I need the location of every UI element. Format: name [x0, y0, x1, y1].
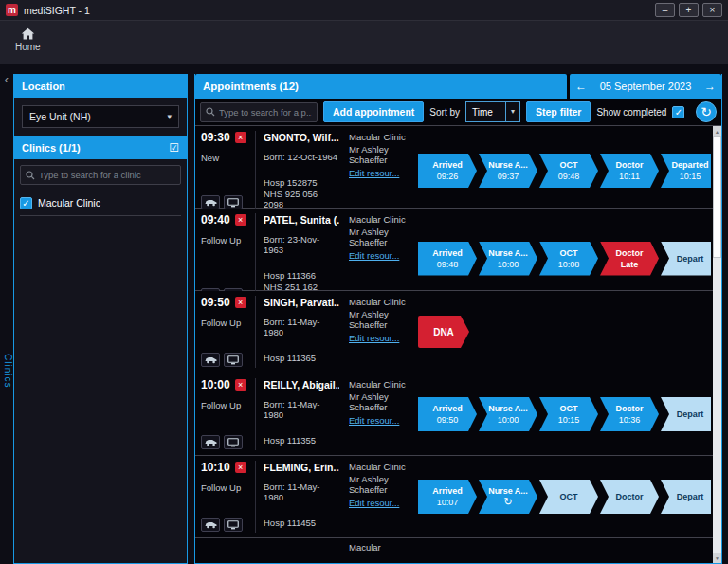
time-column: 10:00 × Follow Up — [201, 378, 256, 450]
patient-born: Born: 11-May-1980 — [264, 317, 339, 337]
transport-button[interactable] — [201, 195, 220, 209]
step-nursea[interactable]: Nurse A...10:00 — [479, 242, 537, 276]
step-depart[interactable]: Depart — [661, 397, 711, 431]
step-arrived[interactable]: Arrived09:48 — [418, 242, 477, 276]
location-section: Eye Unit (NH) ▾ — [14, 98, 187, 136]
step-time: 09:37 — [498, 172, 519, 181]
patient-born: Born: 12-Oct-1964 — [264, 152, 339, 162]
close-button[interactable]: × — [702, 3, 722, 17]
checklist-icon[interactable]: ☑ — [169, 141, 179, 155]
step-oct[interactable]: OCT — [539, 480, 598, 514]
edit-resources-link[interactable]: Edit resour... — [349, 333, 399, 343]
nhs-number: NHS 925 056 2098 — [264, 189, 339, 209]
appointment-row[interactable]: 10:00 × Follow Up REILLY, Abigail... Bor… — [195, 373, 713, 456]
edit-resources-link[interactable]: Edit resour... — [349, 250, 399, 261]
scrollbar-track[interactable] — [713, 258, 721, 553]
chevron-down-icon: ▾ — [505, 102, 519, 121]
step-time: 10:36 — [619, 415, 641, 425]
cancel-appointment-icon[interactable]: × — [235, 462, 246, 473]
appointment-row[interactable]: 09:30 × New GNONTO, Wilf... Born: 12-Oct… — [195, 126, 713, 209]
cancel-appointment-icon[interactable]: × — [235, 132, 246, 143]
step-oct[interactable]: OCT09:48 — [539, 154, 598, 188]
clinic-list-item[interactable]: ✓ Macular Clinic — [20, 191, 181, 216]
clinic-checkbox[interactable]: ✓ — [20, 197, 32, 209]
transport-button[interactable] — [201, 435, 220, 449]
minimize-button[interactable]: – — [655, 3, 675, 17]
collapse-sidebar-icon[interactable]: ‹ — [0, 74, 13, 84]
location-header: Location — [14, 74, 187, 98]
step-departed[interactable]: Departed10:15 — [661, 154, 711, 188]
refresh-button[interactable]: ↻ — [696, 101, 717, 122]
prev-day-icon[interactable]: ← — [575, 80, 587, 93]
clinic-column: Macular Clinic Mr Ashley Schaeffer Edit … — [343, 461, 415, 533]
patient-search-input[interactable] — [219, 107, 312, 118]
scroll-down-icon[interactable]: ▼ — [713, 553, 721, 563]
show-completed-checkbox[interactable]: ✓ — [672, 106, 684, 118]
edit-resources-link[interactable]: Edit resour... — [349, 168, 399, 178]
scrollbar-thumb[interactable] — [713, 136, 721, 258]
step-nursea[interactable]: Nurse A...↻ — [479, 480, 537, 514]
content-area: ‹ Clinics Location Eye Unit (NH) ▾ Clini… — [0, 64, 728, 564]
left-rail: ‹ Clinics — [0, 74, 13, 564]
car-icon — [205, 355, 217, 364]
workstation-button[interactable] — [224, 435, 243, 449]
scrollbar[interactable]: ▲ ▼ — [713, 126, 721, 563]
step-nursea[interactable]: Nurse A...10:00 — [479, 397, 537, 431]
step-arrived[interactable]: Arrived09:50 — [418, 397, 477, 431]
scroll-up-icon[interactable]: ▲ — [713, 126, 721, 136]
cancel-appointment-icon[interactable]: × — [235, 379, 246, 391]
cancel-appointment-icon[interactable]: × — [235, 214, 246, 226]
workstation-button[interactable] — [224, 518, 243, 532]
appointment-row[interactable]: 09:50 × Follow Up SINGH, Parvati... Born… — [195, 291, 713, 373]
patient-name: SINGH, Parvati... — [264, 297, 339, 308]
home-button[interactable]: Home — [15, 27, 41, 52]
step-dna[interactable]: DNA — [418, 316, 469, 348]
appointment-row[interactable]: 09:40 × Follow Up PATEL, Sunita (... Bor… — [195, 209, 713, 291]
transport-button[interactable] — [201, 353, 220, 367]
appointment-row-partial[interactable]: Macular — [195, 538, 713, 563]
step-arrived[interactable]: Arrived10:07 — [418, 480, 477, 514]
clinic-column: Macular Clinic Mr Ashley Schaeffer Edit … — [343, 378, 415, 450]
edit-resources-link[interactable]: Edit resour... — [349, 498, 399, 508]
step-filter-button[interactable]: Step filter — [526, 101, 591, 122]
clinic-name: Macular — [349, 542, 381, 553]
monitor-icon — [228, 198, 239, 208]
transport-button[interactable] — [201, 518, 220, 532]
step-oct[interactable]: OCT10:08 — [539, 242, 598, 276]
sort-dropdown[interactable]: Time ▾ — [465, 101, 520, 122]
step-time: Late — [621, 260, 639, 269]
workstation-button[interactable] — [224, 195, 243, 209]
step-depart[interactable]: Depart — [661, 242, 711, 276]
maximize-button[interactable]: + — [679, 3, 699, 17]
step-doctor[interactable]: Doctor10:36 — [600, 397, 659, 431]
next-day-icon[interactable]: → — [704, 80, 716, 93]
appointment-time: 09:40 — [201, 213, 230, 227]
step-nursea[interactable]: Nurse A...09:37 — [479, 154, 537, 188]
step-label: Depart — [677, 409, 704, 419]
clinic-name: Macular Clinic — [349, 132, 406, 142]
step-depart[interactable]: Depart — [661, 480, 711, 514]
appointment-row[interactable]: 10:10 × Follow Up FLEMING, Erin... Born:… — [195, 456, 713, 538]
clinics-vertical-tab[interactable]: Clinics — [1, 354, 13, 388]
time-column: 09:50 × Follow Up — [201, 296, 256, 368]
clinic-name: Macular Clinic — [349, 462, 406, 472]
step-arrived[interactable]: Arrived09:26 — [418, 154, 477, 188]
edit-resources-link[interactable]: Edit resour... — [349, 415, 399, 426]
step-label: Arrived — [432, 486, 463, 496]
step-oct[interactable]: OCT10:15 — [539, 397, 598, 431]
step-doctor[interactable]: DoctorLate — [600, 242, 659, 276]
workstation-button[interactable] — [224, 353, 243, 367]
step-label: Departed — [671, 160, 708, 170]
row-icons — [201, 518, 251, 533]
step-doctor[interactable]: Doctor — [600, 480, 659, 514]
patient-born: Born: 11-May-1980 — [264, 399, 339, 420]
patient-name: GNONTO, Wilf... — [264, 132, 339, 143]
cancel-appointment-icon[interactable]: × — [235, 297, 246, 308]
add-appointment-button[interactable]: Add appointment — [323, 101, 424, 122]
location-dropdown[interactable]: Eye Unit (NH) ▾ — [22, 105, 179, 128]
appointment-steps: DNA — [415, 296, 711, 368]
clinic-search-input[interactable] — [39, 170, 175, 180]
appointments-list: 09:30 × New GNONTO, Wilf... Born: 12-Oct… — [195, 126, 713, 563]
patient-column: GNONTO, Wilf... Born: 12-Oct-1964 Hosp 1… — [256, 131, 343, 210]
step-doctor[interactable]: Doctor10:11 — [600, 154, 659, 188]
